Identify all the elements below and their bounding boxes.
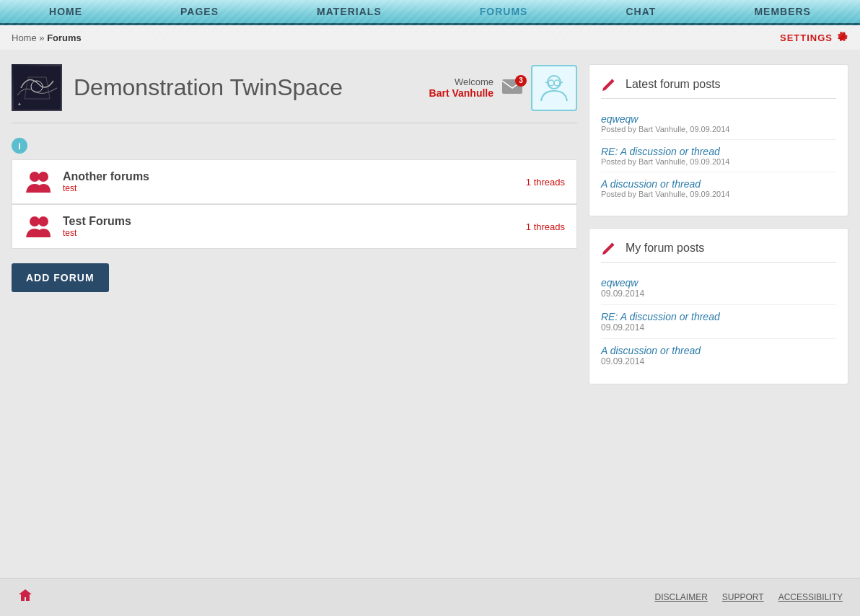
- forum-threads-1: 1 threads: [526, 221, 565, 232]
- nav-items: HOME PAGES MATERIALS FORUMS CHAT MEMBERS: [0, 0, 860, 23]
- svg-point-11: [38, 172, 48, 182]
- my-post-date-0: 09.09.2014: [601, 289, 836, 299]
- nav-materials[interactable]: MATERIALS: [305, 0, 393, 23]
- left-column: ✦ Demonstration TwinSpace Welcome Bart V…: [12, 50, 577, 384]
- my-post-date-2: 09.09.2014: [601, 356, 836, 366]
- post-meta-0: Posted by Bart Vanhulle, 09.09.2014: [601, 125, 836, 133]
- welcome-text: Welcome: [429, 76, 493, 87]
- footer-links: DISCLAIMER SUPPORT ACCESSIBILITY: [654, 592, 843, 602]
- svg-text:✦: ✦: [17, 102, 22, 107]
- latest-posts-card: Latest forum posts eqweqw Posted by Bart…: [589, 64, 848, 216]
- add-forum-button[interactable]: ADD FORUM: [12, 263, 109, 292]
- avatar-icon: [538, 72, 570, 104]
- breadcrumb-home[interactable]: Home: [12, 32, 37, 43]
- my-post-date-1: 09.09.2014: [601, 322, 836, 333]
- nav-members[interactable]: MEMBERS: [742, 0, 822, 23]
- post-title-1[interactable]: RE: A discussion or thread: [601, 146, 836, 157]
- forum-icon-1: [24, 214, 53, 239]
- post-title-0[interactable]: eqweqw: [601, 113, 836, 125]
- home-svg-icon: [17, 587, 33, 603]
- pencil-icon-latest: [601, 76, 617, 92]
- forum-desc-1: test: [63, 228, 516, 238]
- forum-desc-0: test: [63, 183, 516, 193]
- breadcrumb-current: Forums: [47, 32, 82, 43]
- header-area: Home » Forums SETTINGS: [0, 25, 860, 50]
- avatar-box[interactable]: [531, 65, 577, 111]
- my-post-title-0[interactable]: eqweqw: [601, 277, 836, 289]
- my-post-title-2[interactable]: A discussion or thread: [601, 345, 836, 356]
- user-area: Welcome Bart Vanhulle 3: [429, 65, 577, 111]
- breadcrumb-separator: »: [39, 32, 44, 43]
- my-posts-header: My forum posts: [601, 240, 836, 263]
- people-icon-1: [25, 214, 52, 239]
- people-icon: [25, 170, 52, 194]
- latest-posts-header: Latest forum posts: [601, 76, 836, 99]
- my-posts-title: My forum posts: [626, 242, 704, 255]
- footer: DISCLAIMER SUPPORT ACCESSIBILITY: [0, 578, 860, 616]
- forum-details-1: Test Forums test: [63, 215, 516, 238]
- breadcrumb: Home » Forums: [12, 32, 82, 43]
- forum-threads-0: 1 threads: [526, 177, 565, 188]
- forum-details-0: Another forums test: [63, 170, 516, 193]
- nav-pages[interactable]: PAGES: [169, 0, 230, 23]
- message-icon-wrapper[interactable]: 3: [502, 79, 522, 97]
- post-item-2: A discussion or thread Posted by Bart Va…: [601, 172, 836, 204]
- info-row: i: [12, 132, 577, 159]
- logo-image: ✦: [14, 66, 61, 110]
- user-info: Welcome Bart Vanhulle: [429, 76, 493, 99]
- post-meta-1: Posted by Bart Vanhulle, 09.09.2014: [601, 157, 836, 166]
- svg-point-10: [30, 172, 40, 182]
- forum-name-1: Test Forums: [63, 215, 516, 228]
- post-item-1: RE: A discussion or thread Posted by Bar…: [601, 140, 836, 172]
- message-badge: 3: [515, 75, 527, 87]
- forum-list: Another forums test 1 threads: [12, 159, 577, 249]
- nav-forums[interactable]: FORUMS: [468, 0, 540, 23]
- forum-row-1[interactable]: Test Forums test 1 threads: [12, 204, 577, 249]
- nav-chat[interactable]: CHAT: [614, 0, 667, 23]
- forum-row[interactable]: Another forums test 1 threads: [12, 159, 577, 204]
- home-icon[interactable]: [17, 587, 33, 607]
- site-logo: ✦: [12, 64, 62, 111]
- forum-name-0: Another forums: [63, 170, 516, 183]
- svg-point-12: [30, 216, 40, 226]
- footer-disclaimer[interactable]: DISCLAIMER: [654, 592, 707, 602]
- forum-icon-0: [24, 169, 53, 195]
- svg-point-5: [548, 80, 554, 86]
- right-column: Latest forum posts eqweqw Posted by Bart…: [589, 50, 848, 384]
- svg-point-6: [554, 80, 560, 86]
- pencil-icon-my: [601, 240, 617, 256]
- my-post-title-1[interactable]: RE: A discussion or thread: [601, 311, 836, 322]
- post-title-2[interactable]: A discussion or thread: [601, 178, 836, 190]
- my-post-item-0: eqweqw 09.09.2014: [601, 271, 836, 305]
- svg-line-9: [560, 82, 563, 83]
- post-item-0: eqweqw Posted by Bart Vanhulle, 09.09.20…: [601, 107, 836, 140]
- info-icon[interactable]: i: [12, 138, 27, 154]
- site-title: Demonstration TwinSpace: [74, 74, 343, 101]
- settings-label: SETTINGS: [780, 32, 833, 43]
- settings-link[interactable]: SETTINGS: [780, 31, 848, 44]
- svg-point-13: [38, 216, 48, 226]
- user-name-link[interactable]: Bart Vanhulle: [429, 87, 493, 99]
- footer-accessibility[interactable]: ACCESSIBILITY: [778, 592, 843, 602]
- footer-support[interactable]: SUPPORT: [722, 592, 764, 602]
- my-posts-card: My forum posts eqweqw 09.09.2014 RE: A d…: [589, 228, 848, 384]
- latest-posts-title: Latest forum posts: [626, 78, 721, 91]
- post-meta-2: Posted by Bart Vanhulle, 09.09.2014: [601, 190, 836, 198]
- gear-icon: [835, 31, 848, 44]
- nav-bar: HOME PAGES MATERIALS FORUMS CHAT MEMBERS: [0, 0, 860, 25]
- svg-line-7: [545, 82, 548, 83]
- nav-home[interactable]: HOME: [38, 0, 94, 23]
- site-header: ✦ Demonstration TwinSpace Welcome Bart V…: [12, 50, 577, 123]
- my-post-item-1: RE: A discussion or thread 09.09.2014: [601, 305, 836, 339]
- my-post-item-2: A discussion or thread 09.09.2014: [601, 339, 836, 372]
